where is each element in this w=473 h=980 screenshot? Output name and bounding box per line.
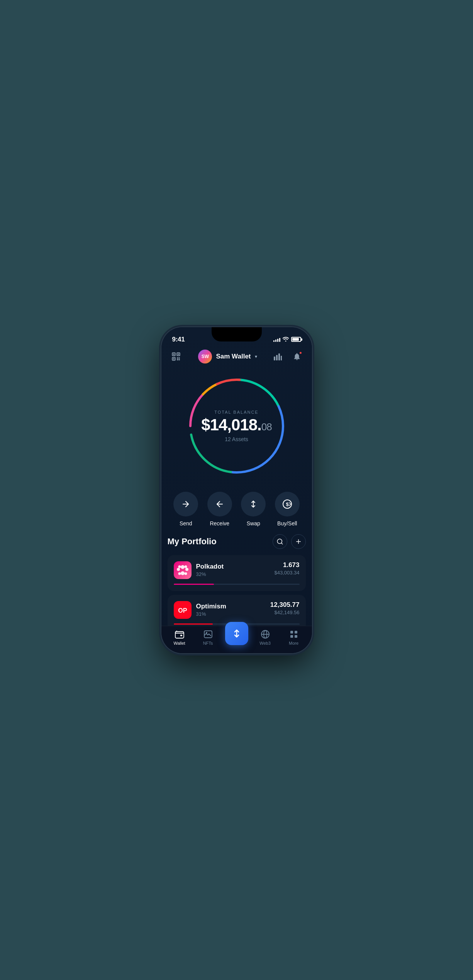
- svg-rect-47: [295, 631, 297, 634]
- phone-notch: [212, 327, 262, 341]
- bottom-nav: Wallet NFTs: [161, 626, 312, 653]
- status-time: 9:41: [172, 336, 185, 343]
- balance-label: TOTAL BALANCE: [201, 410, 271, 414]
- swap-button[interactable]: [241, 492, 266, 516]
- svg-rect-46: [290, 631, 293, 634]
- nav-item-nfts[interactable]: NFTs: [194, 629, 222, 645]
- balance-cents: 08: [261, 421, 272, 433]
- chart-icon[interactable]: [271, 350, 285, 363]
- svg-rect-48: [290, 635, 293, 638]
- svg-point-33: [178, 565, 181, 568]
- optimism-percent: 31%: [196, 611, 226, 617]
- nav-item-web3[interactable]: Web3: [251, 629, 280, 645]
- optimism-info: Optimism 31%: [196, 603, 226, 617]
- signal-bars-icon: [273, 337, 280, 342]
- asset-card-polkadot[interactable]: Polkadot 32% 1.673 $43,003.34: [168, 555, 306, 591]
- nav-item-center[interactable]: [222, 630, 251, 645]
- svg-rect-10: [178, 359, 180, 360]
- asset-top-polkadot: Polkadot 32% 1.673 $43,003.34: [174, 561, 300, 579]
- svg-rect-8: [178, 357, 180, 358]
- receive-button[interactable]: [207, 492, 232, 516]
- receive-action[interactable]: Receive: [207, 492, 232, 527]
- chevron-down-icon: ▾: [255, 354, 257, 359]
- avatar: SW: [198, 350, 212, 363]
- polkadot-value: $43,003.34: [274, 570, 299, 576]
- svg-rect-39: [180, 635, 182, 636]
- svg-point-35: [178, 572, 181, 575]
- svg-rect-38: [175, 632, 184, 638]
- svg-text:OP: OP: [178, 606, 187, 613]
- send-label: Send: [180, 520, 192, 527]
- battery-fill: [292, 338, 299, 341]
- nav-item-more[interactable]: More: [280, 629, 308, 645]
- wallet-name: Sam Wallet: [216, 353, 251, 360]
- signal-bar-3: [277, 339, 278, 342]
- add-asset-button[interactable]: [291, 534, 306, 549]
- polkadot-bar-fill: [174, 584, 214, 585]
- signal-bar-2: [275, 340, 276, 342]
- polkadot-info: Polkadot 32%: [196, 563, 224, 577]
- buysell-label: Buy/Sell: [277, 520, 297, 527]
- phone-frame: 9:41: [161, 327, 312, 653]
- nfts-nav-icon: [203, 629, 213, 639]
- svg-rect-5: [173, 358, 174, 359]
- svg-rect-4: [178, 353, 179, 355]
- more-nav-label: More: [289, 641, 298, 645]
- buysell-button[interactable]: $: [275, 492, 300, 516]
- wallet-nav-label: Wallet: [173, 641, 185, 645]
- status-icons: [273, 336, 301, 343]
- nav-item-wallet[interactable]: Wallet: [165, 629, 194, 645]
- svg-rect-3: [173, 353, 174, 355]
- optimism-name: Optimism: [196, 603, 226, 610]
- wallet-nav-icon: [175, 629, 185, 639]
- center-action-button[interactable]: [225, 622, 248, 645]
- optimism-value: $42,149.56: [270, 610, 300, 615]
- svg-point-29: [181, 565, 185, 569]
- web3-nav-icon: [260, 629, 270, 639]
- more-nav-icon: [289, 629, 299, 639]
- balance-content: TOTAL BALANCE $14,018.08 12 Assets: [201, 410, 271, 442]
- signal-bar-1: [273, 340, 275, 342]
- svg-rect-49: [295, 635, 297, 638]
- asset-card-optimism[interactable]: OP Optimism 31% 12,305.77 $42,149.56: [168, 595, 306, 626]
- polkadot-percent: 32%: [196, 571, 224, 577]
- portfolio-section: My Portfolio: [161, 534, 312, 626]
- web3-nav-label: Web3: [259, 641, 271, 645]
- balance-assets: 12 Assets: [201, 436, 271, 442]
- svg-line-26: [281, 543, 282, 544]
- polkadot-bar-track: [174, 584, 300, 585]
- svg-rect-12: [276, 355, 278, 360]
- svg-rect-9: [177, 359, 178, 360]
- swap-label: Swap: [247, 520, 260, 527]
- portfolio-header: My Portfolio: [168, 534, 306, 549]
- optimism-right: 12,305.77 $42,149.56: [270, 601, 300, 615]
- send-action[interactable]: Send: [173, 492, 198, 527]
- buysell-action[interactable]: $ Buy/Sell: [275, 492, 300, 527]
- wallet-selector[interactable]: SW Sam Wallet ▾: [198, 350, 257, 363]
- svg-point-34: [184, 565, 187, 568]
- svg-text:$: $: [286, 501, 289, 507]
- nfts-nav-label: NFTs: [203, 641, 213, 645]
- qr-icon[interactable]: [169, 350, 183, 363]
- actions-section: Send Receive: [161, 488, 312, 534]
- swap-action[interactable]: Swap: [241, 492, 266, 527]
- bell-icon[interactable]: [290, 350, 304, 363]
- notification-dot: [299, 351, 302, 355]
- svg-point-36: [184, 572, 187, 575]
- header-left: [169, 350, 185, 363]
- search-button[interactable]: [273, 534, 287, 549]
- optimism-bar-fill: [174, 623, 213, 625]
- portfolio-actions: [273, 534, 306, 549]
- header-right: [271, 350, 304, 363]
- polkadot-amount: 1.673: [274, 561, 299, 569]
- asset-left-optimism: OP Optimism 31%: [174, 601, 226, 619]
- send-button[interactable]: [173, 492, 198, 516]
- balance-circle-container: TOTAL BALANCE $14,018.08 12 Assets: [183, 372, 291, 480]
- wifi-icon: [283, 336, 289, 343]
- asset-top-optimism: OP Optimism 31% 12,305.77 $42,149.56: [174, 601, 300, 619]
- svg-point-31: [177, 568, 180, 571]
- phone-screen: 9:41: [161, 327, 312, 653]
- optimism-logo: OP: [174, 601, 192, 619]
- svg-rect-11: [274, 357, 275, 360]
- asset-left-polkadot: Polkadot 32%: [174, 561, 224, 579]
